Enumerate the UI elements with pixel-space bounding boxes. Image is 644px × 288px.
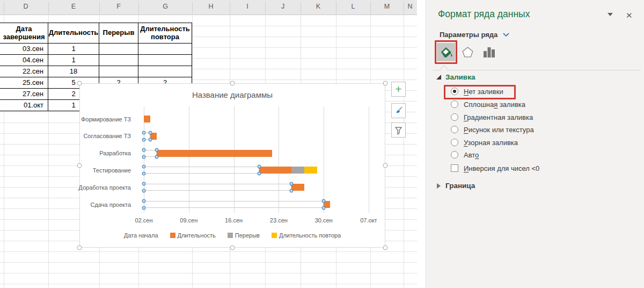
- series-start-bar-nofill[interactable]: [144, 167, 259, 174]
- brush-icon: [394, 106, 404, 116]
- table-header-cell: Длительность: [48, 23, 99, 44]
- section-collapsed-icon[interactable]: [437, 183, 441, 189]
- border-section-header[interactable]: Граница: [445, 182, 475, 190]
- radio-button[interactable]: [451, 100, 458, 108]
- chart-frame-handle[interactable]: [230, 81, 235, 86]
- chart-frame-handle[interactable]: [77, 163, 82, 168]
- fill-option-label: Градиентная заливка: [464, 113, 533, 121]
- fill-option-radio[interactable]: Градиентная заливка: [451, 113, 533, 121]
- pane-divider: [433, 70, 641, 70]
- column-header-G[interactable]: G: [163, 3, 168, 10]
- table-cell[interactable]: 18: [48, 66, 99, 77]
- chart-filters-button[interactable]: [391, 123, 406, 138]
- category-label: Сдача проекта: [61, 201, 131, 208]
- chart-frame-handle[interactable]: [77, 81, 82, 86]
- tab-effects[interactable]: [458, 43, 477, 61]
- table-cell[interactable]: [138, 44, 192, 55]
- table-cell[interactable]: 1: [48, 44, 99, 55]
- format-data-series-pane: Формат ряда данных ✕ Параметры ряда: [426, 0, 644, 288]
- section-expanded-icon[interactable]: [436, 75, 441, 80]
- series-selection-handle: [142, 172, 146, 176]
- fill-option-radio[interactable]: Сплошная заливка: [451, 100, 525, 109]
- chart-gridline: [189, 106, 189, 213]
- column-header-H[interactable]: H: [208, 3, 213, 10]
- radio-button[interactable]: [451, 139, 458, 146]
- table-cell[interactable]: [138, 55, 192, 66]
- series-start-bar-nofill[interactable]: [144, 184, 291, 191]
- table-header-cell: Дата завершения: [0, 23, 48, 44]
- chart-gridline: [279, 106, 279, 213]
- checkbox[interactable]: [451, 164, 458, 172]
- series-selection-handle: [322, 206, 326, 210]
- series-start-bar-nofill[interactable]: [144, 201, 324, 208]
- table-cell[interactable]: 1: [48, 55, 99, 66]
- table-cell[interactable]: [99, 44, 138, 55]
- radio-button[interactable]: [451, 126, 458, 133]
- legend-item[interactable]: Длительность: [170, 232, 216, 239]
- gantt-chart[interactable]: Название диаграммы 02.сен09.сен16.сен23.…: [79, 83, 385, 248]
- series-selection-handle: [290, 189, 294, 193]
- table-cell[interactable]: [99, 66, 138, 77]
- column-header-N[interactable]: N: [407, 3, 412, 10]
- column-header-I[interactable]: I: [246, 3, 248, 10]
- category-label: Тестирование: [61, 167, 131, 174]
- legend-label: Длительность: [178, 232, 216, 239]
- invert-if-negative-option[interactable]: Инверсия для чисел <0: [451, 164, 539, 172]
- legend-label: Дата начала: [124, 232, 158, 239]
- chart-elements-button[interactable]: +: [391, 82, 406, 97]
- spreadsheet-grid[interactable]: DEFGHIJKLMN Дата завершенияДлительностьП…: [0, 0, 417, 288]
- pane-close-icon[interactable]: ✕: [626, 11, 633, 20]
- x-axis-label: 30.сен: [315, 217, 333, 224]
- column-header-F[interactable]: F: [116, 3, 121, 10]
- table-cell[interactable]: [138, 66, 192, 77]
- pane-dropdown-icon[interactable]: [608, 13, 613, 16]
- tab-series-options[interactable]: [480, 43, 498, 61]
- plus-icon: +: [395, 84, 401, 95]
- table-cell[interactable]: 25.сен: [0, 77, 48, 89]
- legend-item[interactable]: Длительность повтора: [272, 232, 341, 239]
- chart-frame-handle[interactable]: [383, 163, 388, 168]
- series-options-menu[interactable]: Параметры ряда: [440, 31, 509, 39]
- series-selection-handle: [322, 199, 326, 203]
- chart-frame-handle[interactable]: [77, 246, 82, 250]
- series-selection-handle: [142, 199, 146, 203]
- legend-item[interactable]: Дата начала: [124, 232, 158, 239]
- chart-frame-handle[interactable]: [383, 81, 388, 86]
- fill-section-header[interactable]: Заливка: [445, 73, 475, 81]
- table-cell[interactable]: 04.сен: [0, 55, 48, 66]
- chart-legend[interactable]: Дата началаДлительностьПерерывДлительнос…: [80, 232, 385, 239]
- legend-item[interactable]: Перерыв: [228, 232, 260, 239]
- duration-bar[interactable]: [259, 167, 291, 174]
- column-header-J[interactable]: J: [281, 3, 284, 10]
- duration-bar[interactable]: [144, 116, 150, 123]
- chart-frame-handle[interactable]: [230, 246, 235, 250]
- column-header-K[interactable]: K: [316, 3, 320, 10]
- table-row: 03.сен1: [0, 44, 192, 55]
- chart-title[interactable]: Название диаграммы: [80, 90, 385, 99]
- table-cell[interactable]: [99, 55, 138, 66]
- repeat-bar[interactable]: [304, 167, 317, 174]
- column-header-E[interactable]: E: [71, 3, 76, 10]
- radio-button[interactable]: [451, 113, 458, 121]
- grid-line: [404, 15, 404, 288]
- table-cell[interactable]: 01.окт: [0, 100, 48, 111]
- duration-bar[interactable]: [291, 184, 304, 191]
- table-cell[interactable]: 03.сен: [0, 44, 48, 55]
- fill-option-radio[interactable]: Узорная заливка: [451, 138, 518, 147]
- radio-button[interactable]: [451, 151, 458, 159]
- table-cell[interactable]: 27.сен: [0, 89, 48, 100]
- series-selection-handle: [142, 182, 146, 186]
- duration-bar[interactable]: [157, 150, 272, 157]
- table-cell[interactable]: 22.сен: [0, 66, 48, 77]
- chart-styles-button[interactable]: [391, 103, 406, 118]
- category-label: Формирование ТЗ: [61, 116, 131, 123]
- column-header-D[interactable]: D: [23, 3, 28, 10]
- fill-option-radio[interactable]: Авто: [451, 150, 479, 159]
- fill-option-radio[interactable]: Рисунок или текстура: [451, 125, 534, 134]
- break-bar[interactable]: [291, 167, 304, 174]
- chart-frame-handle[interactable]: [383, 246, 388, 250]
- column-header-L[interactable]: L: [352, 3, 355, 10]
- column-header-M[interactable]: M: [384, 3, 390, 10]
- excel-window: DEFGHIJKLMN Дата завершенияДлительностьП…: [0, 0, 644, 288]
- series-selection-handle: [142, 155, 146, 159]
